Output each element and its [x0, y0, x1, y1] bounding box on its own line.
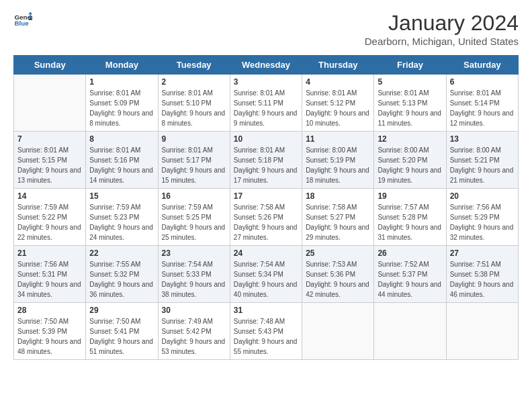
day-info: Sunrise: 7:50 AMSunset: 5:39 PMDaylight:…: [17, 318, 81, 355]
day-info: Sunrise: 7:58 AMSunset: 5:27 PMDaylight:…: [306, 203, 369, 241]
calendar-row-2: 7 Sunrise: 8:01 AMSunset: 5:15 PMDayligh…: [14, 132, 519, 189]
calendar-cell: 24 Sunrise: 7:54 AMSunset: 5:34 PMDaylig…: [230, 246, 302, 303]
calendar-subtitle: Dearborn, Michigan, United States: [365, 36, 519, 47]
header-day-saturday: Saturday: [446, 56, 518, 75]
day-info: Sunrise: 8:00 AMSunset: 5:20 PMDaylight:…: [378, 146, 441, 184]
day-info: Sunrise: 7:59 AMSunset: 5:22 PMDaylight:…: [17, 203, 81, 241]
header-day-tuesday: Tuesday: [158, 56, 230, 75]
calendar-cell: 20 Sunrise: 7:56 AMSunset: 5:29 PMDaylig…: [446, 189, 518, 246]
day-number: 5: [378, 77, 442, 87]
day-number: 25: [306, 248, 370, 258]
day-number: 9: [162, 134, 226, 144]
day-info: Sunrise: 7:53 AMSunset: 5:36 PMDaylight:…: [306, 261, 369, 298]
calendar-cell: 7 Sunrise: 8:01 AMSunset: 5:15 PMDayligh…: [14, 132, 86, 189]
day-number: 18: [306, 191, 370, 201]
day-info: Sunrise: 8:01 AMSunset: 5:13 PMDaylight:…: [378, 89, 441, 127]
day-number: 24: [234, 248, 298, 258]
day-number: 20: [450, 191, 515, 201]
calendar-cell: 25 Sunrise: 7:53 AMSunset: 5:36 PMDaylig…: [302, 246, 374, 303]
calendar-cell: 21 Sunrise: 7:56 AMSunset: 5:31 PMDaylig…: [14, 246, 86, 303]
logo: General Blue: [13, 11, 32, 30]
day-info: Sunrise: 8:01 AMSunset: 5:09 PMDaylight:…: [89, 89, 153, 127]
day-info: Sunrise: 7:56 AMSunset: 5:31 PMDaylight:…: [17, 261, 81, 298]
calendar-row-3: 14 Sunrise: 7:59 AMSunset: 5:22 PMDaylig…: [14, 189, 519, 246]
day-info: Sunrise: 7:50 AMSunset: 5:41 PMDaylight:…: [89, 318, 153, 355]
day-number: 8: [89, 134, 154, 144]
day-info: Sunrise: 8:01 AMSunset: 5:14 PMDaylight:…: [450, 89, 514, 127]
day-info: Sunrise: 7:57 AMSunset: 5:28 PMDaylight:…: [378, 203, 441, 241]
calendar-cell: 30 Sunrise: 7:49 AMSunset: 5:42 PMDaylig…: [158, 303, 230, 360]
header-day-monday: Monday: [86, 56, 158, 75]
day-info: Sunrise: 8:01 AMSunset: 5:17 PMDaylight:…: [162, 146, 226, 184]
calendar-cell: 13 Sunrise: 8:00 AMSunset: 5:21 PMDaylig…: [446, 132, 518, 189]
calendar-cell: 15 Sunrise: 7:59 AMSunset: 5:23 PMDaylig…: [86, 189, 158, 246]
day-number: 4: [306, 77, 370, 87]
calendar-cell: 6 Sunrise: 8:01 AMSunset: 5:14 PMDayligh…: [446, 75, 518, 132]
calendar-cell: 17 Sunrise: 7:58 AMSunset: 5:26 PMDaylig…: [230, 189, 302, 246]
calendar-cell: 27 Sunrise: 7:51 AMSunset: 5:38 PMDaylig…: [446, 246, 518, 303]
calendar-cell: 1 Sunrise: 8:01 AMSunset: 5:09 PMDayligh…: [86, 75, 158, 132]
header-day-thursday: Thursday: [302, 56, 374, 75]
day-info: Sunrise: 8:01 AMSunset: 5:18 PMDaylight:…: [234, 146, 298, 184]
day-info: Sunrise: 8:01 AMSunset: 5:15 PMDaylight:…: [17, 146, 81, 184]
calendar-cell: 31 Sunrise: 7:48 AMSunset: 5:43 PMDaylig…: [230, 303, 302, 360]
day-info: Sunrise: 7:52 AMSunset: 5:37 PMDaylight:…: [378, 261, 441, 298]
svg-text:Blue: Blue: [14, 19, 29, 27]
day-number: 10: [234, 134, 298, 144]
day-info: Sunrise: 7:49 AMSunset: 5:42 PMDaylight:…: [162, 318, 226, 355]
calendar-row-1: 1 Sunrise: 8:01 AMSunset: 5:09 PMDayligh…: [14, 75, 519, 132]
day-number: 6: [450, 77, 515, 87]
header-day-sunday: Sunday: [14, 56, 86, 75]
calendar-cell: [302, 303, 374, 360]
day-number: 29: [89, 306, 154, 315]
calendar-cell: 14 Sunrise: 7:59 AMSunset: 5:22 PMDaylig…: [14, 189, 86, 246]
calendar-cell: 28 Sunrise: 7:50 AMSunset: 5:39 PMDaylig…: [14, 303, 86, 360]
calendar-cell: 4 Sunrise: 8:01 AMSunset: 5:12 PMDayligh…: [302, 75, 374, 132]
day-info: Sunrise: 7:56 AMSunset: 5:29 PMDaylight:…: [450, 203, 514, 241]
title-block: January 2024 Dearborn, Michigan, United …: [365, 11, 519, 47]
day-number: 11: [306, 134, 370, 144]
calendar-cell: 16 Sunrise: 7:59 AMSunset: 5:25 PMDaylig…: [158, 189, 230, 246]
calendar-cell: 3 Sunrise: 8:01 AMSunset: 5:11 PMDayligh…: [230, 75, 302, 132]
calendar-cell: 8 Sunrise: 8:01 AMSunset: 5:16 PMDayligh…: [86, 132, 158, 189]
day-number: 27: [450, 248, 515, 258]
calendar-cell: 5 Sunrise: 8:01 AMSunset: 5:13 PMDayligh…: [374, 75, 446, 132]
day-info: Sunrise: 7:58 AMSunset: 5:26 PMDaylight:…: [234, 203, 298, 241]
day-number: 1: [89, 77, 154, 87]
day-info: Sunrise: 7:59 AMSunset: 5:23 PMDaylight:…: [89, 203, 153, 241]
day-info: Sunrise: 8:01 AMSunset: 5:16 PMDaylight:…: [89, 146, 153, 184]
calendar-cell: 12 Sunrise: 8:00 AMSunset: 5:20 PMDaylig…: [374, 132, 446, 189]
calendar-title: January 2024: [365, 11, 519, 36]
day-number: 14: [17, 191, 82, 201]
day-number: 15: [89, 191, 154, 201]
calendar-row-4: 21 Sunrise: 7:56 AMSunset: 5:31 PMDaylig…: [14, 246, 519, 303]
day-number: 19: [378, 191, 442, 201]
day-number: 31: [234, 306, 298, 315]
day-number: 2: [162, 77, 226, 87]
day-number: 16: [162, 191, 226, 201]
day-number: 17: [234, 191, 298, 201]
day-info: Sunrise: 8:01 AMSunset: 5:12 PMDaylight:…: [306, 89, 369, 127]
calendar-cell: 11 Sunrise: 8:00 AMSunset: 5:19 PMDaylig…: [302, 132, 374, 189]
day-number: 12: [378, 134, 442, 144]
calendar-row-5: 28 Sunrise: 7:50 AMSunset: 5:39 PMDaylig…: [14, 303, 519, 360]
day-info: Sunrise: 7:48 AMSunset: 5:43 PMDaylight:…: [234, 318, 298, 355]
day-info: Sunrise: 8:00 AMSunset: 5:21 PMDaylight:…: [450, 146, 514, 184]
day-info: Sunrise: 7:54 AMSunset: 5:34 PMDaylight:…: [234, 261, 298, 298]
calendar-table: SundayMondayTuesdayWednesdayThursdayFrid…: [13, 55, 519, 360]
calendar-cell: 29 Sunrise: 7:50 AMSunset: 5:41 PMDaylig…: [86, 303, 158, 360]
header-day-friday: Friday: [374, 56, 446, 75]
calendar-cell: 18 Sunrise: 7:58 AMSunset: 5:27 PMDaylig…: [302, 189, 374, 246]
day-number: 23: [162, 248, 226, 258]
day-number: 13: [450, 134, 515, 144]
calendar-cell: 2 Sunrise: 8:01 AMSunset: 5:10 PMDayligh…: [158, 75, 230, 132]
calendar-cell: [14, 75, 86, 132]
calendar-cell: 23 Sunrise: 7:54 AMSunset: 5:33 PMDaylig…: [158, 246, 230, 303]
day-info: Sunrise: 7:54 AMSunset: 5:33 PMDaylight:…: [162, 261, 226, 298]
calendar-cell: 19 Sunrise: 7:57 AMSunset: 5:28 PMDaylig…: [374, 189, 446, 246]
day-number: 22: [89, 248, 154, 258]
day-info: Sunrise: 8:01 AMSunset: 5:10 PMDaylight:…: [162, 89, 226, 127]
day-number: 7: [17, 134, 82, 144]
day-info: Sunrise: 8:01 AMSunset: 5:11 PMDaylight:…: [234, 89, 298, 127]
day-number: 30: [162, 306, 226, 315]
